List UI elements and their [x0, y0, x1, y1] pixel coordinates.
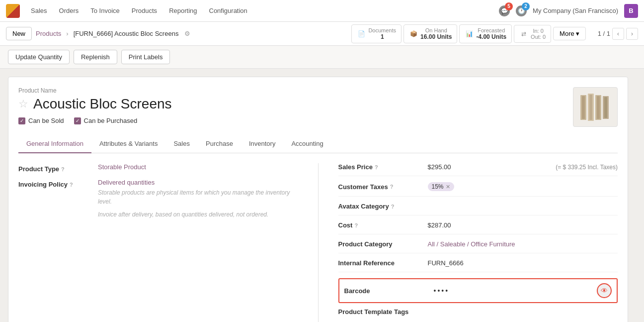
- sales-price-value[interactable]: $295.00: [428, 163, 550, 171]
- product-title: Acoustic Bloc Screens: [33, 96, 172, 112]
- transfer-icon: ⇄: [519, 29, 528, 38]
- barcode-value[interactable]: ••••: [434, 287, 597, 295]
- customer-taxes-value: 15% ✕: [428, 182, 618, 191]
- cost-value[interactable]: $287.00: [428, 221, 618, 229]
- documents-label: Documents: [368, 27, 396, 33]
- invoicing-policy-value[interactable]: Delivered quantities: [98, 179, 298, 186]
- settings-icon[interactable]: ⚙: [184, 30, 190, 37]
- next-button[interactable]: ›: [626, 28, 638, 40]
- avatax-label: Avatax Category ?: [338, 203, 428, 210]
- notifications-badge: 5: [505, 2, 513, 10]
- sales-price-help-icon[interactable]: ?: [375, 164, 378, 170]
- forecasted-value: -4.00 Units: [476, 33, 506, 40]
- breadcrumb-current: [FURN_6666] Acoustic Bloc Screens: [74, 30, 179, 37]
- tab-sales[interactable]: Sales: [165, 135, 198, 153]
- print-labels-button[interactable]: Print Labels: [121, 50, 170, 64]
- cost-help-icon[interactable]: ?: [354, 222, 358, 228]
- tax-tag[interactable]: 15% ✕: [428, 182, 454, 191]
- cost-row: Cost ? $287.00: [338, 221, 618, 234]
- company-name: My Company (San Francisco): [533, 7, 618, 14]
- prev-button[interactable]: ‹: [612, 28, 624, 40]
- document-icon: 📄: [357, 29, 366, 38]
- product-type-label: Product Type ?: [18, 163, 98, 173]
- barcode-visibility-toggle[interactable]: 👁: [597, 283, 612, 298]
- breadcrumb-parent[interactable]: Products: [36, 30, 61, 37]
- tab-general-information[interactable]: General Information: [18, 135, 91, 153]
- sales-price-row: Sales Price ? $295.00 (= $ 339.25 Incl. …: [338, 163, 618, 176]
- nav-products[interactable]: Products: [127, 4, 162, 17]
- more-button[interactable]: More ▾: [553, 27, 586, 40]
- stat-buttons: 📄 Documents 1 📦 On Hand 16.00 Units 📊 Fo…: [351, 24, 585, 43]
- form-left: Product Type ? Storable Product Invoicin…: [18, 163, 298, 322]
- tab-attributes-variants[interactable]: Attributes & Variants: [91, 135, 166, 153]
- invoicing-hint2: Invoice after delivery, based on quantit…: [98, 210, 298, 219]
- internal-ref-label: Internal Reference: [338, 259, 428, 267]
- can-be-sold-checkbox[interactable]: ✓ Can be Sold: [18, 117, 64, 124]
- onhand-button[interactable]: 📦 On Hand 16.00 Units: [403, 24, 457, 43]
- product-category-row: Product Category All / Saleable / Office…: [338, 240, 618, 253]
- invoicing-policy-label: Invoicing Policy ?: [18, 179, 98, 188]
- forecasted-button[interactable]: 📊 Forecasted -4.00 Units: [459, 24, 512, 43]
- nav-to-invoice[interactable]: To Invoice: [85, 4, 125, 17]
- product-type-row: Product Type ? Storable Product: [18, 163, 298, 173]
- can-be-sold-label: Can be Sold: [28, 117, 64, 124]
- main-content: Product Name ☆ Acoustic Bloc Screens ✓ C…: [0, 69, 636, 322]
- checkboxes-row: ✓ Can be Sold ✓ Can be Purchased: [18, 117, 573, 124]
- chart-icon: 📊: [465, 29, 474, 38]
- update-quantity-button[interactable]: Update Quantity: [8, 50, 70, 64]
- replenish-button[interactable]: Replenish: [74, 50, 117, 64]
- product-name-label: Product Name: [18, 87, 573, 94]
- barcode-label: Barcode: [344, 287, 434, 295]
- checkbox-sold-box: ✓: [18, 117, 25, 124]
- notifications-button[interactable]: 💬 5: [499, 5, 510, 16]
- breadcrumb-separator: ›: [66, 30, 68, 37]
- documents-button[interactable]: 📄 Documents 1: [351, 24, 402, 43]
- internal-ref-row: Internal Reference FURN_6666: [338, 259, 618, 272]
- invoicing-hint1: Storable products are physical items for…: [98, 188, 298, 206]
- out-label: Out: 0: [531, 34, 546, 40]
- nav-orders[interactable]: Orders: [54, 4, 84, 17]
- can-be-purchased-checkbox[interactable]: ✓ Can be Purchased: [74, 117, 138, 124]
- checkbox-purchased-box: ✓: [74, 117, 81, 124]
- barcode-row: Barcode •••• 👁: [338, 278, 618, 303]
- new-button[interactable]: New: [6, 27, 32, 40]
- invoicing-policy-help-icon[interactable]: ?: [70, 182, 73, 188]
- product-card: Product Name ☆ Acoustic Bloc Screens ✓ C…: [8, 77, 628, 322]
- svg-rect-7: [604, 97, 607, 118]
- customer-taxes-help-icon[interactable]: ?: [390, 184, 394, 190]
- cost-label: Cost ?: [338, 221, 428, 229]
- messages-button[interactable]: 🕐 2: [516, 5, 527, 16]
- tab-purchase[interactable]: Purchase: [198, 135, 241, 153]
- svg-rect-5: [597, 96, 600, 119]
- avatax-row: Avatax Category ?: [338, 203, 618, 215]
- avatax-help-icon[interactable]: ?: [391, 204, 395, 210]
- in-out-button[interactable]: ⇄ In: 0 Out: 0: [514, 25, 551, 43]
- tab-accounting[interactable]: Accounting: [283, 135, 331, 153]
- tax-tag-label: 15%: [432, 183, 444, 190]
- product-image[interactable]: [573, 87, 618, 127]
- top-navigation: Sales Orders To Invoice Products Reporti…: [0, 0, 644, 22]
- favorite-icon[interactable]: ☆: [18, 98, 28, 110]
- product-category-value[interactable]: All / Saleable / Office Furniture: [428, 240, 618, 248]
- product-category-label: Product Category: [338, 240, 428, 248]
- documents-count: 1: [368, 33, 396, 40]
- action-bar: Update Quantity Replenish Print Labels: [0, 46, 644, 69]
- more-label: More: [560, 30, 574, 37]
- messages-badge: 2: [522, 2, 530, 10]
- box-icon: 📦: [409, 29, 418, 38]
- product-type-value[interactable]: Storable Product: [98, 163, 298, 171]
- nav-reporting[interactable]: Reporting: [164, 4, 202, 17]
- product-title-row: ☆ Acoustic Bloc Screens: [18, 96, 573, 112]
- product-type-help-icon[interactable]: ?: [61, 166, 65, 172]
- product-tabs: General Information Attributes & Variant…: [18, 135, 618, 153]
- internal-ref-value[interactable]: FURN_6666: [428, 259, 618, 267]
- form-content: Product Type ? Storable Product Invoicin…: [18, 153, 618, 322]
- nav-sales[interactable]: Sales: [26, 4, 52, 17]
- column-divider: [318, 163, 319, 322]
- forecasted-label: Forecasted: [476, 27, 506, 33]
- tax-remove-icon[interactable]: ✕: [446, 184, 450, 190]
- user-avatar[interactable]: B: [624, 4, 638, 18]
- tab-inventory[interactable]: Inventory: [241, 135, 283, 153]
- nav-configuration[interactable]: Configuration: [204, 4, 252, 17]
- svg-rect-1: [582, 96, 585, 119]
